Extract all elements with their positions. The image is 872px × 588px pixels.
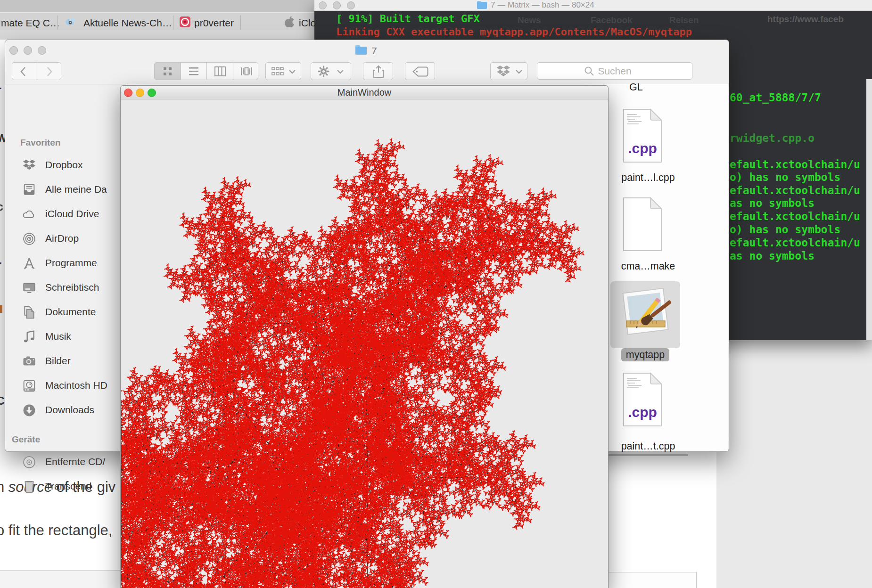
- arrange-button[interactable]: [265, 62, 301, 80]
- coverflow-view-icon[interactable]: [240, 66, 253, 76]
- view-mode-control: [154, 62, 258, 80]
- blurred-bookmark: Facebook: [591, 15, 633, 25]
- terminal-titlebar[interactable]: 7 — Matrix — bash — 80×24: [314, 0, 872, 11]
- download-circle-icon: [23, 404, 36, 417]
- sidebar-item-airdrop[interactable]: AirDrop: [23, 232, 131, 246]
- myqtapp-app-icon[interactable]: [616, 284, 675, 343]
- main-window-title: MainWindow: [121, 87, 608, 98]
- close-button[interactable]: [319, 1, 327, 9]
- terminal-output-line: as no symbols: [730, 250, 814, 262]
- terminal-output-line: [ 91%] Built target GFX: [336, 13, 480, 24]
- browser-toolbar-sliver: [0, 30, 314, 40]
- sidebar-item-label: Dropbox: [45, 159, 82, 171]
- music-note-icon: [23, 330, 35, 343]
- cpp-file-icon[interactable]: .cpp: [621, 108, 664, 163]
- sidebar-item-label: Alle meine Da: [45, 184, 107, 195]
- cmake-file-icon[interactable]: [621, 196, 664, 252]
- folder-icon: [477, 1, 481, 2]
- hard-drive-icon: [23, 379, 36, 392]
- documents-tray-icon: [23, 183, 36, 196]
- qt-main-window: MainWindow: [120, 85, 609, 588]
- sidebar-item-schreibtisch[interactable]: Schreibtisch: [23, 281, 131, 295]
- fractal-tree-canvas[interactable]: [121, 99, 608, 588]
- document-line-2: o fit the rectangle,: [0, 522, 112, 539]
- browser-window-top: [0, 0, 314, 12]
- folder-icon: [355, 47, 367, 55]
- share-button[interactable]: [363, 62, 393, 80]
- search-icon: [584, 66, 594, 76]
- sidebar-item-label: Dokumente: [45, 306, 96, 318]
- sidebar-item-programme[interactable]: Programme: [23, 256, 131, 270]
- back-icon[interactable]: [20, 66, 26, 77]
- search-input[interactable]: [537, 62, 692, 80]
- file-label-selected[interactable]: myqtapp: [621, 348, 669, 361]
- sidebar-item-bilder[interactable]: Bilder: [23, 354, 131, 368]
- zoom-button[interactable]: [347, 1, 355, 9]
- terminal-output-line: o) has no symbols: [730, 171, 840, 183]
- sidebar-item-downloads[interactable]: Downloads: [23, 403, 131, 417]
- sidebar-item-macintosh-hd[interactable]: Macintosh HD: [23, 379, 131, 393]
- folder-icon: [355, 45, 360, 47]
- browser-tab-bar: mate EQ C… Aktuelle News-Ch… pr0verter i…: [0, 12, 314, 31]
- page-edge-fragment: c: [0, 201, 3, 213]
- action-button[interactable]: [311, 62, 351, 80]
- sidebar-item-transcend[interactable]: Transcend: [23, 480, 131, 494]
- sidebar-item-label: Transcend: [45, 481, 91, 492]
- button-divider: [233, 63, 233, 80]
- file-label[interactable]: paint…l.cpp: [610, 172, 686, 184]
- chevron-down-icon: [337, 69, 344, 74]
- sidebar-item-entfernte-cd[interactable]: Entfernte CD/: [23, 455, 131, 469]
- terminal-output-line: o) has no symbols: [730, 223, 840, 236]
- desktop: n source of the giv o fit the rectangle,…: [0, 0, 872, 588]
- browser-tab[interactable]: pr0verter: [194, 17, 234, 29]
- finder-toolbar: 7: [5, 40, 729, 84]
- list-view-icon[interactable]: [189, 66, 199, 76]
- tab-divider: [58, 16, 58, 30]
- column-view-icon[interactable]: [214, 66, 226, 76]
- dropbox-menu-button[interactable]: [490, 62, 527, 80]
- folder-icon: [477, 2, 487, 9]
- cpp-file-icon[interactable]: .cpp: [621, 372, 664, 427]
- minimize-button[interactable]: [333, 1, 341, 9]
- blurred-bookmark: Reisen: [669, 15, 699, 25]
- zoom-button[interactable]: [38, 46, 46, 55]
- view-icons-segment[interactable]: [155, 63, 181, 80]
- sidebar-item-musik[interactable]: Musik: [23, 330, 131, 344]
- desktop-icon: [23, 282, 36, 293]
- chevron-down-icon: [515, 69, 523, 74]
- browser-tab[interactable]: mate EQ C…: [1, 17, 60, 29]
- dropbox-icon: [23, 159, 36, 172]
- terminal-output-line: as no symbols: [730, 197, 814, 209]
- file-label[interactable]: paint…t.cpp: [610, 441, 686, 452]
- sidebar-item-icloud-drive[interactable]: iCloud Drive: [23, 207, 131, 221]
- tag-icon: [412, 66, 428, 77]
- minimize-button[interactable]: [24, 46, 32, 55]
- sidebar-item-alle-meine-dateien[interactable]: Alle meine Da: [23, 183, 131, 197]
- sidebar-item-label: Entfernte CD/: [45, 456, 105, 467]
- terminal-scrollbar[interactable]: [866, 79, 872, 340]
- terminal-title: 7 — Matrix — bash — 80×24: [491, 0, 594, 10]
- sidebar-item-dokumente[interactable]: Dokumente: [23, 305, 131, 319]
- selected-file-row[interactable]: myqtapp: [613, 349, 677, 361]
- sidebar-section-favoriten: Favoriten: [20, 138, 61, 148]
- browser-tab[interactable]: Aktuelle News-Ch…: [83, 17, 172, 29]
- forward-icon[interactable]: [46, 66, 53, 77]
- sidebar-item-dropbox[interactable]: Dropbox: [23, 158, 131, 172]
- blurred-bookmark: News: [518, 15, 541, 25]
- sidebar-item-label: Musik: [45, 331, 71, 342]
- blurred-url: https://www.faceb: [767, 14, 844, 24]
- airdrop-icon: [23, 232, 36, 245]
- terminal-output-line: efault.xctoolchain/u: [730, 210, 860, 222]
- page-panel: [607, 572, 697, 588]
- usb-drive-icon: [23, 480, 35, 493]
- page-background-right: [716, 330, 872, 588]
- main-window-titlebar[interactable]: MainWindow: [121, 86, 608, 99]
- sidebar-item-label: AirDrop: [45, 233, 79, 244]
- close-button[interactable]: [9, 46, 18, 55]
- file-label[interactable]: cma…make: [610, 261, 686, 272]
- page-edge-fragment: C: [0, 395, 5, 408]
- button-divider: [206, 63, 207, 80]
- button-divider: [181, 63, 181, 80]
- tag-button[interactable]: [405, 62, 435, 80]
- pr0verter-favicon-icon: [179, 16, 191, 28]
